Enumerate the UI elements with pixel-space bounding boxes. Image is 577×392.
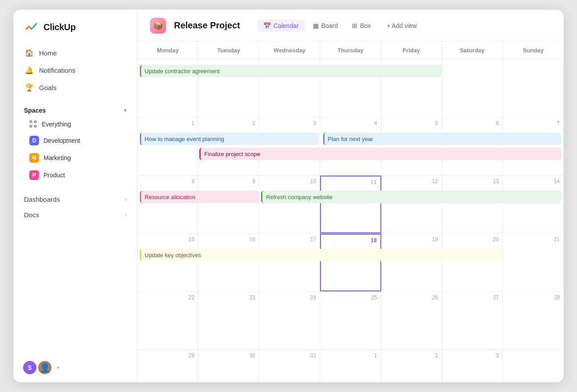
- tab-calendar[interactable]: 📅 Calendar: [257, 20, 305, 32]
- cell-w0-d5[interactable]: [442, 59, 503, 117]
- cell-w5-d1[interactable]: 30: [198, 350, 259, 382]
- event-plan-next-year[interactable]: Plan for next year: [323, 133, 562, 145]
- app-container: ClickUp 🏠 Home 🔔 Notifications 🏆 Goals S…: [13, 10, 564, 382]
- cell-w1-d2[interactable]: 3: [259, 118, 320, 175]
- date-25: 25: [324, 294, 377, 301]
- date-9: 9: [202, 178, 255, 184]
- event-refresh-website[interactable]: Refresh company website: [261, 191, 561, 203]
- date-next-3: 3: [446, 353, 499, 359]
- user-dropdown-icon[interactable]: ▾: [57, 365, 59, 371]
- cell-w4-d5[interactable]: 27: [442, 292, 503, 349]
- cell-w4-d2[interactable]: 24: [259, 292, 320, 349]
- event-resource-allocation[interactable]: Resource allocation: [140, 191, 259, 203]
- space-label-development: Development: [43, 137, 80, 144]
- nav-item-home[interactable]: 🏠 Home: [19, 44, 132, 62]
- dashboards-collapsible[interactable]: Dashboards ›: [19, 192, 132, 207]
- cell-w2-d3[interactable]: 11: [320, 176, 381, 233]
- cell-w4-d0[interactable]: 22: [138, 292, 198, 349]
- dashboards-chevron-icon: ›: [125, 196, 126, 203]
- topbar: 📦 Release Project 📅 Calendar ▦ Board ⊞ B…: [138, 10, 564, 42]
- event-update-objectives[interactable]: Update key objectives: [140, 249, 502, 261]
- cell-w4-d1[interactable]: 23: [198, 292, 259, 349]
- cell-w2-d6[interactable]: 14: [503, 176, 564, 233]
- development-badge: D: [29, 136, 39, 145]
- cell-w3-d4[interactable]: 19: [381, 234, 442, 291]
- date-7: 7: [506, 120, 560, 126]
- docs-collapsible[interactable]: Docs ›: [19, 208, 132, 222]
- tab-box[interactable]: ⊞ Box: [346, 20, 377, 32]
- date-next-1: 1: [324, 353, 377, 359]
- goals-icon: 🏆: [25, 83, 34, 92]
- cell-w5-d4[interactable]: 2: [381, 350, 442, 382]
- date-12: 12: [385, 178, 438, 184]
- cell-w1-d1[interactable]: 2: [198, 118, 259, 175]
- product-badge: P: [29, 170, 39, 180]
- space-item-product[interactable]: P Product: [24, 167, 126, 184]
- logo-text: ClickUp: [43, 22, 75, 32]
- board-tab-icon: ▦: [313, 22, 319, 29]
- cell-w3-d1[interactable]: 16: [198, 234, 259, 291]
- date-13: 13: [446, 178, 499, 184]
- nav-item-goals[interactable]: 🏆 Goals: [19, 79, 132, 96]
- spaces-header[interactable]: Spaces ▾: [24, 107, 126, 114]
- nav-item-notifications[interactable]: 🔔 Notifications: [19, 62, 132, 79]
- event-update-contractor[interactable]: Update contractor agreement: [140, 65, 443, 77]
- date-17: 17: [263, 236, 316, 243]
- avatar-s[interactable]: S: [22, 360, 37, 375]
- spaces-chevron-icon: ▾: [124, 107, 126, 114]
- sidebar-footer: S 👤 ▾: [13, 353, 137, 382]
- home-icon: 🏠: [25, 49, 34, 57]
- cell-w3-d5[interactable]: 20: [442, 234, 503, 291]
- cell-w3-d2[interactable]: 17: [259, 234, 320, 291]
- calendar-tab-label: Calendar: [273, 22, 299, 29]
- cell-w3-d3[interactable]: 18: [320, 234, 381, 291]
- date-21: 21: [506, 236, 560, 243]
- main-nav: 🏠 Home 🔔 Notifications 🏆 Goals: [13, 42, 137, 99]
- cell-w4-d4[interactable]: 26: [381, 292, 442, 349]
- date-4: 4: [324, 120, 377, 126]
- cell-w5-d5[interactable]: 3: [442, 350, 503, 382]
- cell-w5-d6[interactable]: [503, 350, 564, 382]
- cell-w2-d5[interactable]: 13: [442, 176, 503, 233]
- cell-w2-d0[interactable]: 8: [138, 176, 198, 233]
- cell-w4-d3[interactable]: 25: [320, 292, 381, 349]
- cell-w2-d4[interactable]: 12: [381, 176, 442, 233]
- cell-w1-d3[interactable]: 4: [320, 118, 381, 175]
- space-label-everything: Everything: [42, 121, 71, 128]
- box-tab-label: Box: [360, 22, 371, 29]
- cell-w5-d3[interactable]: 1: [320, 350, 381, 382]
- cell-w5-d2[interactable]: 31: [259, 350, 320, 382]
- avatar-photo[interactable]: 👤: [37, 360, 52, 375]
- cell-w2-d1[interactable]: 9: [198, 176, 259, 233]
- cell-w4-d6[interactable]: 28: [503, 292, 564, 349]
- date-20: 20: [446, 236, 499, 243]
- board-tab-label: Board: [321, 22, 338, 29]
- cell-w2-d2[interactable]: 10: [259, 176, 320, 233]
- cell-w5-d0[interactable]: 29: [138, 350, 198, 382]
- day-header-friday: Friday: [381, 42, 442, 59]
- add-view-button[interactable]: + Add view: [380, 20, 423, 32]
- calendar-tab-icon: 📅: [263, 22, 271, 29]
- cell-w3-d0[interactable]: 15: [138, 234, 198, 291]
- cell-w1-d5[interactable]: 6: [442, 118, 503, 175]
- date-27: 27: [446, 294, 499, 301]
- dashboards-label: Dashboards: [24, 196, 60, 203]
- date-16: 16: [202, 236, 255, 243]
- date-8: 8: [141, 178, 194, 184]
- cell-w0-d6[interactable]: [503, 59, 564, 117]
- cell-w1-d6[interactable]: 7: [503, 118, 564, 175]
- day-header-sunday: Sunday: [503, 42, 564, 59]
- date-26: 26: [385, 294, 438, 301]
- logo-area[interactable]: ClickUp: [13, 10, 137, 42]
- space-item-development[interactable]: D Development: [24, 132, 126, 149]
- cell-w3-d6[interactable]: 21: [503, 234, 564, 291]
- event-event-planning[interactable]: How to manage event planning: [140, 133, 319, 145]
- space-item-marketing[interactable]: M Marketing: [24, 149, 126, 166]
- space-item-everything[interactable]: Everything: [24, 117, 126, 132]
- cell-w1-d4[interactable]: 5: [381, 118, 442, 175]
- cell-w1-d0[interactable]: 1: [138, 118, 198, 175]
- calendar-week-5: 29 30 31 1 2 3: [138, 350, 564, 382]
- tab-board[interactable]: ▦ Board: [307, 20, 344, 32]
- event-finalize-scope[interactable]: Finalize project scope: [199, 148, 561, 160]
- marketing-badge: M: [29, 153, 39, 163]
